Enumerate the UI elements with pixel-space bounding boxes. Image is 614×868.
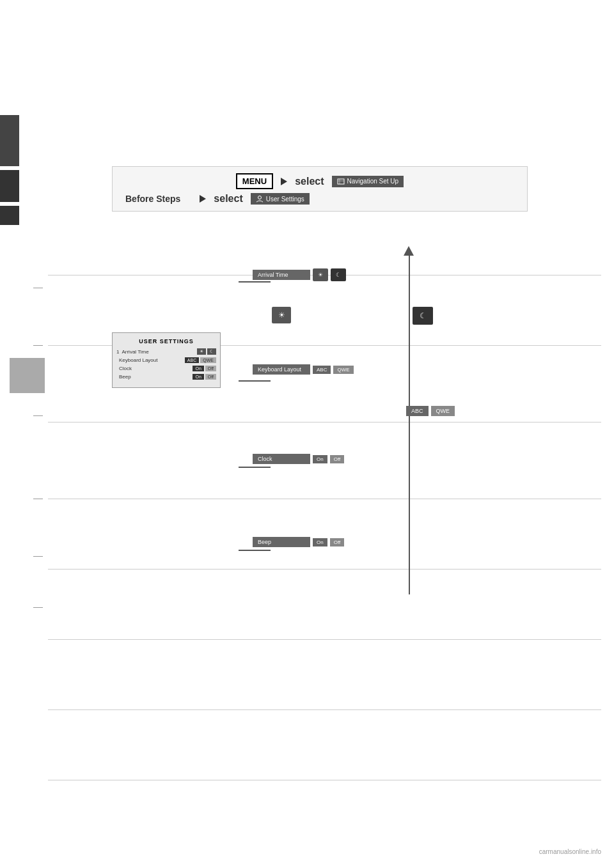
divider-8 <box>48 780 601 780</box>
us-keyboard-btn1[interactable]: ABC <box>185 357 199 363</box>
step1-select: select <box>295 176 324 187</box>
diagram-area: USER SETTINGS 1 Arrival Time ☀ ☾ Keyboar… <box>61 256 614 652</box>
tick-2 <box>33 345 43 346</box>
navigation-setup-button[interactable]: Navigation Set Up <box>332 176 404 187</box>
arrival-time-section: Arrival Time ☀ ☾ ☀ <box>253 268 400 323</box>
step2-arrow <box>200 195 206 203</box>
user-settings-label: User Settings <box>266 196 304 203</box>
step1-arrow <box>281 178 287 185</box>
arrival-time-detail-label: Arrival Time <box>253 270 310 280</box>
tick-1 <box>33 288 43 288</box>
us-row-keyboard: Keyboard Layout ABC QWE <box>116 357 216 363</box>
step1-row: MENU select Navigation Set Up <box>125 173 514 189</box>
sidebar-tab-1[interactable] <box>0 115 19 166</box>
arrival-sub-row: ☀ <box>272 307 400 323</box>
us-arrival-label: Arrival Time <box>122 349 196 355</box>
tick-4 <box>33 499 43 499</box>
us-row-clock: Clock On Off <box>116 366 216 371</box>
clock-row: Clock On Off <box>253 454 400 464</box>
clock-off-btn[interactable]: Off <box>330 455 345 463</box>
clock-detail-label: Clock <box>253 454 310 464</box>
us-clock-label: Clock <box>119 366 191 371</box>
step2-container: Before Steps select User Settings <box>125 193 514 205</box>
us-arrival-btn2[interactable]: ☾ <box>207 348 216 355</box>
us-keyboard-btn2[interactable]: QWE <box>200 357 216 363</box>
tick-3 <box>33 415 43 416</box>
us-clock-off[interactable]: Off <box>205 366 216 371</box>
vertical-connector-line <box>409 256 410 594</box>
keyboard-layout-detail-label: Keyboard Layout <box>253 364 310 375</box>
arrow-head-top <box>404 246 414 256</box>
gray-square <box>10 358 45 393</box>
us-arrival-btn1[interactable]: ☀ <box>197 348 206 355</box>
us-keyboard-label: Keyboard Layout <box>119 357 184 363</box>
nav-setup-label: Navigation Set Up <box>347 178 399 185</box>
beep-row: Beep On Off <box>253 537 400 547</box>
arrival-moon-btn[interactable]: ☾ <box>331 268 346 281</box>
tick-5 <box>33 556 43 557</box>
sidebar-tab-2[interactable] <box>0 170 19 202</box>
arrival-right-moon-btn[interactable]: ☾ <box>413 307 433 325</box>
us-row-beep: Beep On Off <box>116 374 216 380</box>
us-beep-on[interactable]: On <box>193 374 203 380</box>
keyboard-right-detail: ABC QWE <box>406 406 455 416</box>
arrival-time-row: Arrival Time ☀ ☾ <box>253 268 400 281</box>
keyboard-qwe-btn[interactable]: QWE <box>333 366 353 374</box>
svg-point-3 <box>258 196 261 199</box>
sidebar <box>0 115 32 226</box>
keyboard-right-qwe-btn[interactable]: QWE <box>431 406 455 416</box>
keyboard-right-abc-btn[interactable]: ABC <box>406 406 429 416</box>
nav-setup-icon <box>337 178 345 185</box>
us-row-arrival: 1 Arrival Time ☀ ☾ <box>116 348 216 355</box>
before-steps-label: Before Steps <box>125 194 180 204</box>
us-row-num-1: 1 <box>116 349 119 355</box>
svg-rect-0 <box>338 179 344 184</box>
beep-off-btn[interactable]: Off <box>330 538 345 546</box>
beep-on-btn[interactable]: On <box>313 538 327 546</box>
keyboard-layout-section: Keyboard Layout ABC QWE <box>253 364 400 400</box>
us-beep-off[interactable]: Off <box>205 374 216 380</box>
sidebar-tab-3[interactable] <box>0 206 19 225</box>
user-settings-panel: USER SETTINGS 1 Arrival Time ☀ ☾ Keyboar… <box>112 332 221 388</box>
tick-6 <box>33 607 43 608</box>
arrival-time-sub: ☀ <box>272 307 400 323</box>
us-beep-label: Beep <box>119 374 191 380</box>
before-steps-box: MENU select Navigation Set Up Before Ste… <box>112 166 528 212</box>
arrival-sub-sun-btn[interactable]: ☀ <box>272 307 291 323</box>
beep-section: Beep On Off <box>253 537 400 551</box>
arrival-right-detail: ☾ <box>413 307 433 325</box>
user-icon <box>256 195 264 203</box>
beep-detail-label: Beep <box>253 537 310 547</box>
brand-text: carmanualsonline.info <box>539 848 601 855</box>
divider-7 <box>48 709 601 710</box>
us-panel-title: USER SETTINGS <box>116 338 216 345</box>
arrival-sun-btn[interactable]: ☀ <box>313 268 328 281</box>
menu-button[interactable]: MENU <box>236 173 273 189</box>
us-clock-on[interactable]: On <box>193 366 203 371</box>
clock-on-btn[interactable]: On <box>313 455 327 463</box>
step2-select: select <box>214 193 242 205</box>
clock-section: Clock On Off <box>253 454 400 468</box>
keyboard-layout-row: Keyboard Layout ABC QWE <box>253 364 400 375</box>
user-settings-nav-button[interactable]: User Settings <box>251 193 310 205</box>
keyboard-abc-btn[interactable]: ABC <box>313 366 331 374</box>
